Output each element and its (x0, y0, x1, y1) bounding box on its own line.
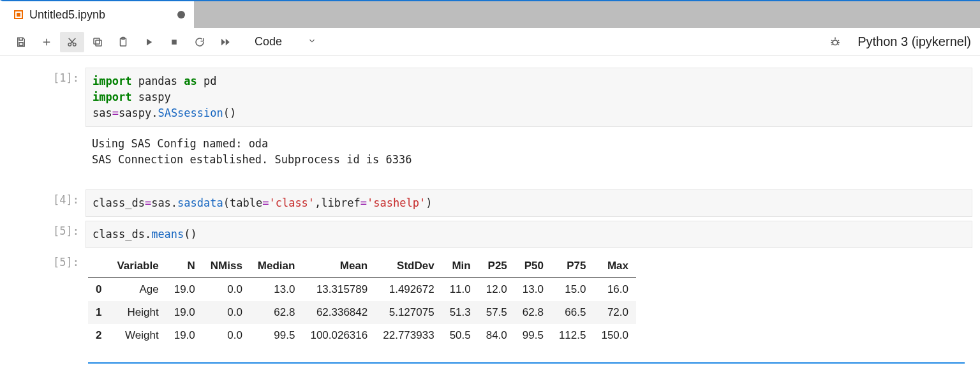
table-cell: 57.5 (479, 301, 515, 324)
copy-button[interactable] (85, 32, 110, 52)
table-cell: Weight (109, 324, 166, 347)
debugger-button[interactable] (823, 32, 847, 52)
table-cell: 1.492672 (375, 278, 442, 302)
svg-line-17 (831, 40, 833, 41)
cell-type-label: Code (255, 35, 282, 48)
index-header (88, 255, 109, 278)
column-header: Min (442, 255, 479, 278)
notebook-body: [1]:import pandas as pd import saspy sas… (0, 56, 980, 384)
code-input[interactable]: class_ds=sas.sasdata(table='class',libre… (85, 189, 972, 217)
table-cell: 12.0 (479, 278, 515, 302)
svg-line-19 (831, 44, 833, 45)
svg-line-18 (838, 40, 839, 41)
row-index: 2 (88, 324, 109, 347)
column-header: Median (250, 255, 303, 278)
svg-rect-8 (94, 38, 100, 44)
column-header: StdDev (375, 255, 442, 278)
table-cell: 13.315789 (302, 278, 375, 302)
cut-button[interactable] (60, 32, 84, 52)
table-cell: 99.5 (250, 324, 303, 347)
svg-point-3 (68, 43, 71, 46)
table-cell: 150.0 (593, 324, 636, 347)
table-cell: 112.5 (551, 324, 594, 347)
table-row: 1Height19.00.062.862.3368425.12707551.35… (88, 301, 636, 324)
svg-point-4 (73, 43, 77, 46)
column-header: Mean (302, 255, 375, 278)
table-cell: 0.0 (203, 301, 250, 324)
paste-button[interactable] (111, 32, 135, 52)
insert-cell-button[interactable] (34, 32, 59, 52)
input-prompt: [1]: (10, 68, 85, 172)
column-header: NMiss (203, 255, 250, 278)
table-cell: 13.0 (515, 278, 551, 302)
interrupt-button[interactable] (162, 32, 186, 52)
run-all-button[interactable] (213, 32, 237, 52)
notebook-tab[interactable]: Untitled5.ipynb (3, 1, 194, 28)
code-cell[interactable]: [5]:class_ds.means() (10, 221, 972, 248)
table-cell: 62.8 (515, 301, 551, 324)
svg-line-20 (838, 44, 839, 45)
row-index: 1 (88, 301, 109, 324)
table-cell: 19.0 (167, 278, 203, 302)
tab-bar: Untitled5.ipynb (0, 0, 980, 28)
table-cell: Height (109, 301, 166, 324)
table-cell: 22.773933 (375, 324, 442, 347)
notebook-icon (14, 10, 23, 19)
table-cell: 62.336842 (302, 301, 375, 324)
table-cell: 19.0 (167, 301, 203, 324)
table-row: 0Age19.00.013.013.3157891.49267211.012.0… (88, 278, 636, 302)
output-cell: [5]: VariableNNMissMedianMeanStdDevMinP2… (10, 252, 972, 347)
svg-rect-0 (19, 42, 23, 45)
restart-kernel-button[interactable] (188, 32, 212, 52)
unsaved-indicator-icon[interactable] (177, 11, 185, 18)
column-header: Variable (109, 255, 166, 278)
table-cell: 84.0 (479, 324, 515, 347)
table-cell: 100.026316 (302, 324, 375, 347)
kernel-name[interactable]: Python 3 (ipykernel) (858, 34, 971, 49)
input-prompt: [5]: (10, 221, 85, 248)
input-prompt: [4]: (10, 189, 85, 217)
table-cell: 19.0 (167, 324, 203, 347)
table-cell: 62.8 (250, 301, 303, 324)
column-header: Max (593, 255, 636, 278)
row-index: 0 (88, 278, 109, 302)
svg-marker-14 (226, 38, 230, 45)
column-header: P50 (515, 255, 551, 278)
dataframe-output: VariableNNMissMedianMeanStdDevMinP25P50P… (88, 255, 636, 347)
svg-point-15 (833, 40, 838, 45)
table-cell: 99.5 (515, 324, 551, 347)
code-cell[interactable]: [4]:class_ds=sas.sasdata(table='class',l… (10, 189, 972, 217)
code-cell[interactable]: [1]:import pandas as pd import saspy sas… (10, 68, 972, 172)
active-cell-indicator[interactable] (88, 362, 965, 365)
column-header: P75 (551, 255, 594, 278)
table-cell: Age (109, 278, 166, 302)
table-cell: 13.0 (250, 278, 303, 302)
notebook-toolbar: Code Python 3 (ipykernel) (0, 28, 980, 56)
table-cell: 5.127075 (375, 301, 442, 324)
stdout-output: Using SAS Config named: oda SAS Connecti… (85, 127, 972, 171)
table-cell: 11.0 (442, 278, 479, 302)
table-cell: 0.0 (203, 324, 250, 347)
code-input[interactable]: class_ds.means() (85, 221, 972, 248)
table-cell: 16.0 (593, 278, 636, 302)
column-header: P25 (479, 255, 515, 278)
svg-marker-11 (147, 38, 152, 45)
svg-rect-12 (172, 40, 177, 45)
save-button[interactable] (9, 32, 33, 52)
table-cell: 51.3 (442, 301, 479, 324)
table-cell: 72.0 (593, 301, 636, 324)
chevron-down-icon (308, 35, 316, 48)
table-cell: 15.0 (551, 278, 594, 302)
cell-type-select[interactable]: Code (245, 33, 323, 50)
table-cell: 50.5 (442, 324, 479, 347)
svg-marker-13 (221, 38, 225, 45)
table-row: 2Weight19.00.099.5100.02631622.77393350.… (88, 324, 636, 347)
tab-title: Untitled5.ipynb (29, 8, 105, 22)
run-button[interactable] (137, 32, 161, 52)
table-cell: 66.5 (551, 301, 594, 324)
column-header: N (167, 255, 203, 278)
svg-rect-7 (96, 40, 101, 46)
code-input[interactable]: import pandas as pd import saspy sas=sas… (85, 68, 972, 127)
output-prompt: [5]: (10, 252, 85, 347)
table-cell: 0.0 (203, 278, 250, 302)
